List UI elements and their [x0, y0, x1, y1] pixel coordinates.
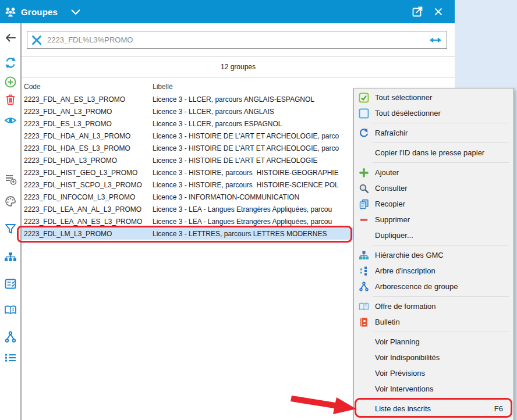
column-header-libelle[interactable]: Libellé: [153, 83, 173, 91]
menu-item-label: Voir Prévisions: [375, 369, 425, 378]
column-header-code[interactable]: Code: [24, 83, 41, 91]
count-label: 12 groupes: [221, 63, 256, 71]
minus-icon: [359, 215, 369, 225]
filter-icon[interactable]: [4, 222, 17, 235]
menu-separator: [373, 332, 509, 332]
menu-item-shortcut: F6: [494, 404, 503, 413]
group-tree-icon: [359, 282, 369, 292]
cell-libelle: Licence 3 - HISTOIRE, parcours HISTOIRE-…: [153, 169, 339, 177]
hierarchy-icon: [359, 250, 369, 261]
cell-libelle: Licence 3 - LLCER, parcours ANGLAIS-ESPA…: [153, 95, 314, 104]
magnifier-icon: [359, 183, 369, 194]
search-input[interactable]: 2223_FDL%L3%PROMO: [27, 31, 447, 49]
plus-icon: [359, 168, 369, 178]
menu-separator: [373, 398, 509, 399]
group-tree-icon[interactable]: [4, 331, 17, 344]
refresh-icon: [359, 128, 369, 138]
cell-libelle: Licence 3 - LEA - Langues Etrangères App…: [153, 205, 332, 213]
menu-item-supprimer[interactable]: Supprimer: [354, 212, 514, 227]
inscription-tree-icon: [359, 266, 369, 276]
menu-item-label: Hiérarchie des GMC: [375, 251, 444, 259]
menu-item-liste-des-inscrits[interactable]: Liste des inscrits F6: [354, 401, 514, 417]
menu-item-ajouter[interactable]: Ajouter: [354, 165, 514, 180]
groups-icon: [4, 5, 17, 18]
cell-code: 2223_FDL_AN_L3_PROMO: [24, 108, 112, 116]
chevron-down-icon[interactable]: [70, 9, 81, 15]
menu-item-tout-selectionner[interactable]: Tout sélectionner: [354, 90, 514, 105]
cell-libelle: Licence 3 - HISTOIRE, parcours HISTOIRE-…: [153, 181, 339, 189]
menu-item-label: Dupliquer...: [375, 231, 413, 240]
menu-item-label: Arborescence de groupe: [375, 282, 458, 291]
checkbox-checked-icon: [359, 92, 369, 103]
delete-trash-icon[interactable]: [4, 93, 17, 106]
menu-separator: [373, 162, 509, 163]
cell-code: 2223_FDL_HDA_L3_PROMO: [24, 156, 117, 165]
menu-item-voir-interventions[interactable]: Voir Interventions: [354, 381, 514, 397]
checkbox-empty-icon: [359, 108, 369, 119]
menu-item-label: Liste des inscrits: [375, 404, 431, 413]
cell-libelle: Licence 3 - LLCER, parcours ANGLAIS: [153, 108, 274, 116]
eye-icon[interactable]: [4, 114, 17, 127]
menu-separator: [373, 143, 509, 143]
search-value: 2223_FDL%L3%PROMO: [47, 35, 429, 44]
window-titlebar: Groupes: [0, 0, 455, 23]
close-icon[interactable]: [434, 7, 443, 16]
menu-separator: [373, 245, 509, 245]
no-icon: [359, 337, 369, 347]
menu-item-tout-deselectionner[interactable]: Tout désélectionner: [354, 105, 514, 121]
add-circle-icon[interactable]: [4, 76, 17, 88]
context-menu: Tout sélectionner Tout désélectionner Ra…: [353, 88, 514, 420]
menu-item-voir-planning[interactable]: Voir Planning: [354, 334, 514, 350]
result-count: 12 groupes: [22, 57, 455, 77]
menu-item-label: Supprimer: [375, 215, 410, 224]
list-add-icon[interactable]: [4, 173, 17, 186]
back-arrow-icon[interactable]: [4, 31, 17, 44]
cell-libelle: Licence 3 - LLCER, parcours ESPAGNOL: [153, 120, 282, 128]
menu-item-hierarchie-gmc[interactable]: Hiérarchie des GMC: [354, 247, 514, 263]
menu-item-label: Arbre d'inscription: [375, 266, 435, 275]
cell-libelle: Licence 3 - INFORMATION-COMMUNICATION: [153, 193, 299, 201]
window-title: Groupes: [21, 7, 58, 17]
menu-item-label: Bulletin: [375, 318, 400, 326]
menu-item-recopier[interactable]: Recopier: [354, 196, 514, 212]
menu-separator: [373, 296, 509, 297]
menu-item-label: Copier l'ID dans le presse papier: [375, 148, 484, 157]
cell-code: 2223_FDL_HDA_ES_L3_PROMO: [24, 144, 130, 152]
form-check-icon[interactable]: [4, 277, 17, 290]
menu-item-label: Offre de formation: [375, 302, 436, 311]
cell-libelle: Licence 3 - LETTRES, parcours LETTRES MO…: [153, 230, 327, 238]
cell-code: 2223_FDL_HIST_GEO_L3_PROMO: [24, 169, 137, 177]
menu-item-voir-indisponibilites[interactable]: Voir Indisponibilités: [354, 350, 514, 365]
menu-item-label: Ajouter: [375, 168, 399, 177]
expand-horizontal-icon[interactable]: [429, 36, 442, 44]
menu-item-arbre-inscription[interactable]: Arbre d'inscription: [354, 263, 514, 279]
book-info-icon[interactable]: [4, 304, 17, 316]
menu-item-label: Voir Planning: [375, 337, 420, 346]
menu-item-arborescence-groupe[interactable]: Arborescence de groupe: [354, 279, 514, 294]
cell-code: 2223_FDL_HIST_SCPO_L3_PROMO: [24, 181, 142, 189]
menu-item-copier-id[interactable]: Copier l'ID dans le presse papier: [354, 145, 514, 161]
no-icon: [359, 368, 369, 379]
palette-icon[interactable]: [4, 195, 17, 208]
cell-libelle: Licence 3 - HISTOIRE DE L'ART ET ARCHEOL…: [153, 132, 339, 140]
menu-item-offre-formation[interactable]: Offre de formation: [354, 298, 514, 314]
copy-icon: [359, 199, 369, 209]
cell-libelle: Licence 3 - LEA - Langues Etrangères App…: [153, 218, 332, 226]
bullet-list-icon[interactable]: [4, 351, 17, 364]
menu-item-dupliquer[interactable]: Dupliquer...: [354, 227, 514, 243]
menu-item-label: Voir Indisponibilités: [375, 353, 440, 362]
bulletin-icon: [359, 317, 369, 328]
refresh-icon[interactable]: [4, 56, 17, 69]
menu-item-consulter[interactable]: Consulter: [354, 180, 514, 196]
menu-item-label: Voir Interventions: [375, 385, 433, 393]
menu-item-rafraichir[interactable]: Rafraîchir: [354, 125, 514, 141]
left-toolbar: [0, 23, 22, 420]
menu-item-bulletin[interactable]: Bulletin: [354, 314, 514, 330]
org-chart-icon[interactable]: [4, 251, 17, 264]
clear-x-icon[interactable]: [31, 34, 43, 46]
cell-code: 2223_FDL_INFOCOM_L3_PROMO: [24, 193, 135, 201]
menu-item-label: Tout désélectionner: [375, 109, 441, 118]
open-new-window-icon[interactable]: [412, 6, 423, 17]
no-icon: [359, 404, 369, 414]
menu-item-voir-previsions[interactable]: Voir Prévisions: [354, 365, 514, 381]
